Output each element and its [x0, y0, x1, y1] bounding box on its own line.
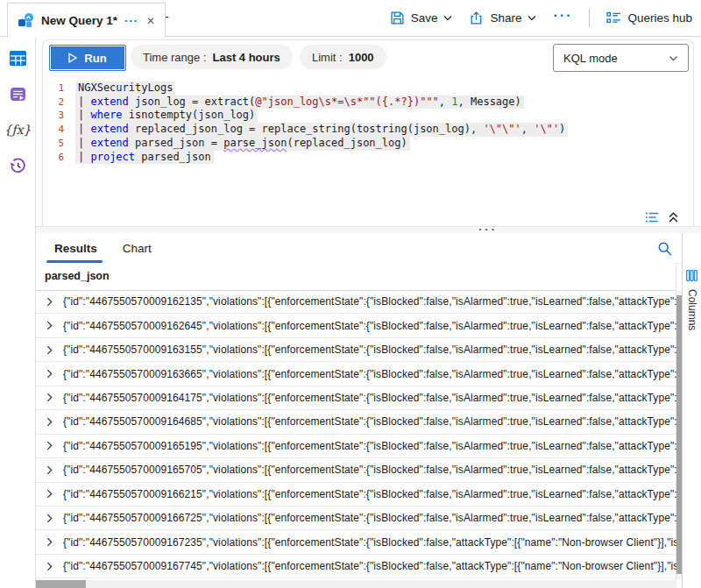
limit-value: 1000 [349, 51, 374, 64]
expand-chevron-icon[interactable] [45, 393, 63, 402]
tables-nav-button[interactable] [6, 46, 29, 69]
tab-chart[interactable]: Chart [123, 233, 152, 263]
horizontal-scrollbar-thumb[interactable] [36, 580, 86, 588]
queries-hub-icon [606, 11, 621, 25]
code-line[interactable]: 4| extend replaced_json_log = replace_st… [36, 123, 701, 137]
columns-icon [686, 270, 697, 281]
expand-chevron-icon[interactable] [45, 537, 63, 547]
row-json-text: {"id":"4467550570009163155","violations"… [63, 344, 676, 356]
expand-chevron-icon[interactable] [45, 345, 63, 355]
table-row[interactable]: {"id":"4467550570009163665","violations"… [36, 362, 676, 386]
table-row[interactable]: {"id":"4467550570009162135","violations"… [36, 290, 676, 314]
table-row[interactable]: {"id":"4467550570009167235","violations"… [36, 530, 676, 554]
line-number: 5 [36, 137, 75, 151]
horizontal-scrollbar[interactable] [36, 580, 676, 588]
table-row[interactable]: {"id":"4467550570009164175","violations"… [36, 386, 676, 410]
columns-panel-label[interactable]: Columns [686, 289, 698, 330]
results-pane: Results Chart parsed_json {"id":"4467550… [36, 233, 701, 588]
history-nav-button[interactable] [6, 154, 29, 177]
share-label: Share [490, 11, 521, 25]
line-number: 2 [36, 96, 75, 110]
format-query-icon[interactable] [645, 212, 659, 223]
code-text: | extend json_log = extract(@"json_log\s… [75, 96, 524, 110]
tab-title: New Query 1* [41, 14, 117, 27]
expand-chevron-icon[interactable] [45, 489, 63, 499]
collapse-editor-icon[interactable] [668, 211, 679, 223]
query-mode-value: KQL mode [563, 52, 618, 65]
row-json-text: {"id":"4467550570009162135","violations"… [63, 295, 676, 308]
mode-chevron-down-icon [669, 55, 678, 61]
expand-chevron-icon[interactable] [45, 465, 63, 475]
query-pane: Run Time range : Last 4 hours Limit : 10… [36, 36, 701, 226]
code-line[interactable]: 6| project parsed_json [36, 151, 701, 165]
header-actions: Save Share ··· Q [390, 0, 692, 35]
header-bar: New Query 1* ··· ✕ + Save Share [0, 0, 701, 37]
code-line[interactable]: 3| where isnotempty(json_log) [36, 109, 701, 123]
expand-chevron-icon[interactable] [45, 321, 63, 330]
expand-chevron-icon[interactable] [45, 417, 63, 427]
table-row[interactable]: {"id":"4467550570009165705","violations"… [36, 458, 676, 482]
run-button[interactable]: Run [49, 45, 126, 71]
table-row[interactable]: {"id":"4467550570009162645","violations"… [36, 314, 676, 337]
expand-chevron-icon[interactable] [45, 562, 63, 571]
table-row[interactable]: {"id":"4467550570009166725","violations"… [36, 507, 676, 530]
tab-results[interactable]: Results [54, 233, 97, 263]
code-lines: 1NGXSecurityLogs2| extend json_log = ext… [36, 81, 701, 164]
share-button[interactable]: Share [469, 11, 536, 25]
queries-hub-label: Queries hub [627, 11, 692, 25]
row-json-text: {"id":"4467550570009167745","violations"… [63, 560, 676, 572]
save-button[interactable]: Save [390, 11, 453, 25]
row-json-text: {"id":"4467550570009166215","violations"… [63, 488, 676, 500]
table-icon [10, 51, 26, 66]
row-json-text: {"id":"4467550570009164685","violations"… [63, 415, 676, 428]
query-tab[interactable]: New Query 1* ··· ✕ [7, 3, 166, 38]
more-actions-button[interactable]: ··· [553, 9, 572, 26]
share-icon [469, 11, 484, 25]
columns-side-panel[interactable]: Columns [682, 233, 701, 588]
line-number: 6 [36, 151, 75, 165]
results-tabbar: Results Chart [36, 233, 683, 264]
row-json-text: {"id":"4467550570009166725","violations"… [63, 512, 676, 524]
line-number: 1 [36, 81, 75, 96]
row-json-text: {"id":"4467550570009163665","violations"… [63, 368, 676, 380]
queries-nav-button[interactable] [6, 82, 29, 105]
code-line[interactable]: 2| extend json_log = extract(@"json_log\… [36, 96, 701, 110]
search-results-button[interactable] [657, 241, 672, 256]
header-divider [589, 9, 590, 27]
time-range-value: Last 4 hours [213, 51, 280, 64]
code-text: | where isnotempty(json_log) [75, 109, 258, 123]
table-row[interactable]: {"id":"4467550570009165195","violations"… [36, 435, 676, 458]
time-range-label: Time range : [143, 51, 207, 64]
table-row[interactable]: {"id":"4467550570009164685","violations"… [36, 410, 676, 434]
row-json-text: {"id":"4467550570009165705","violations"… [63, 464, 676, 476]
row-json-text: {"id":"4467550570009162645","violations"… [63, 320, 676, 332]
expand-chevron-icon[interactable] [45, 514, 63, 523]
adx-logo-icon [18, 12, 34, 29]
table-row[interactable]: {"id":"4467550570009166215","violations"… [36, 483, 676, 507]
share-chevron-down-icon [528, 15, 536, 21]
time-range-picker[interactable]: Time range : Last 4 hours [131, 45, 293, 69]
row-json-text: {"id":"4467550570009167235","violations"… [63, 536, 676, 549]
functions-nav-button[interactable]: {ƒx} [6, 118, 29, 141]
tab-close-icon[interactable]: ✕ [146, 16, 155, 26]
play-icon [68, 53, 77, 63]
expand-chevron-icon[interactable] [45, 297, 63, 307]
limit-picker[interactable]: Limit : 1000 [300, 45, 386, 69]
row-json-text: {"id":"4467550570009165195","violations"… [63, 440, 676, 452]
tab-more-button[interactable]: ··· [124, 15, 138, 26]
queries-hub-button[interactable]: Queries hub [606, 11, 692, 25]
code-line[interactable]: 5| extend parsed_json = parse_json(repla… [36, 137, 701, 151]
column-header-parsed-json[interactable]: parsed_json [36, 263, 676, 291]
code-line[interactable]: 1NGXSecurityLogs [36, 81, 701, 96]
line-number: 4 [36, 123, 75, 137]
table-row[interactable]: {"id":"4467550570009167745","violations"… [36, 555, 676, 578]
editor-actions [645, 211, 679, 223]
query-mode-select[interactable]: KQL mode [553, 44, 689, 72]
code-text: | extend replaced_json_log = replace_str… [75, 123, 568, 137]
run-label: Run [84, 52, 106, 65]
table-row[interactable]: {"id":"4467550570009163155","violations"… [36, 338, 676, 362]
functions-fx-icon: {ƒx} [4, 123, 32, 137]
code-editor[interactable]: 1NGXSecurityLogs2| extend json_log = ext… [36, 81, 701, 164]
expand-chevron-icon[interactable] [45, 369, 63, 379]
expand-chevron-icon[interactable] [45, 441, 63, 450]
